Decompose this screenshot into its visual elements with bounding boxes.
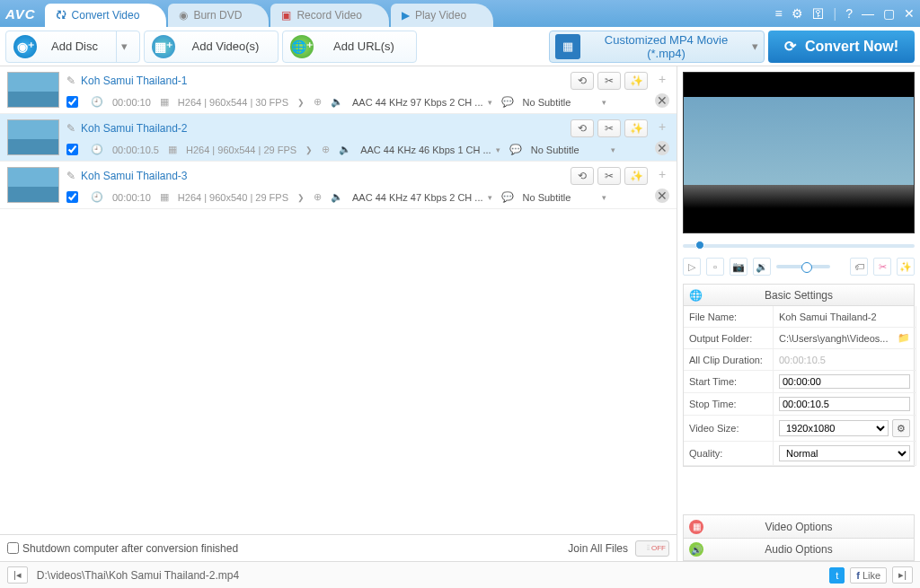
minimize-icon[interactable]: —	[862, 6, 874, 21]
refresh-button[interactable]: ⟲	[571, 72, 594, 90]
speaker-icon: 🔈	[331, 191, 343, 203]
add-track-icon[interactable]: +	[655, 119, 669, 134]
key-icon[interactable]: ⚿	[812, 6, 825, 21]
effects-button[interactable]: ✨	[624, 72, 648, 90]
chevron-right-icon[interactable]: ❯	[297, 98, 305, 107]
subtitle-info: No Subtitle ▾	[523, 192, 607, 203]
trim-button[interactable]: ✂	[597, 72, 621, 90]
twitter-button[interactable]: t	[829, 567, 845, 584]
close-icon[interactable]: ✕	[904, 6, 915, 21]
convert-icon: 🗘	[56, 9, 66, 22]
refresh-icon: ⟳	[784, 38, 796, 55]
audio-options-button[interactable]: 🔊 Audio Options	[683, 538, 915, 561]
chevron-down-icon[interactable]: ▾	[611, 145, 615, 154]
tab-convert-video[interactable]: 🗘 Convert Video	[45, 4, 167, 27]
menu-icon[interactable]: ≡	[774, 6, 782, 21]
remove-row-icon[interactable]: ✕	[655, 189, 669, 203]
effects-button[interactable]: ✨	[897, 258, 915, 276]
basic-settings-panel: 🌐 Basic Settings File Name: Koh Samui Th…	[683, 284, 915, 467]
facebook-like-button[interactable]: f Like	[850, 567, 887, 584]
chevron-right-icon[interactable]: ❯	[297, 193, 305, 202]
trim-button[interactable]: ✂	[873, 258, 891, 276]
file-title[interactable]: Koh Samui Thailand-3	[81, 170, 188, 182]
button-label: Add Video(s)	[181, 39, 270, 53]
add-track-icon[interactable]: +	[655, 167, 669, 181]
convert-now-button[interactable]: ⟳ Convert Now!	[768, 31, 915, 63]
chevron-down-icon[interactable]: ▾	[602, 193, 606, 202]
preview-timeline[interactable]	[683, 239, 915, 253]
file-title[interactable]: Koh Samui Thailand-1	[81, 75, 188, 87]
tab-label: Burn DVD	[193, 9, 242, 22]
file-checkbox[interactable]	[66, 191, 78, 203]
marker-button[interactable]: 🏷	[850, 258, 868, 276]
stop-button[interactable]: ▫	[706, 258, 724, 276]
tab-play-video[interactable]: ▶ Play Video	[391, 4, 493, 27]
tab-burn-dvd[interactable]: ◉ Burn DVD	[168, 4, 269, 27]
speaker-icon: 🔈	[331, 96, 343, 108]
remove-row-icon[interactable]: ✕	[655, 93, 669, 108]
chevron-down-icon[interactable]: ▾	[602, 98, 606, 107]
stop-time-input[interactable]	[779, 397, 910, 411]
effects-button[interactable]: ✨	[624, 167, 648, 185]
file-title[interactable]: Koh Samui Thailand-2	[81, 122, 188, 135]
thumbnail[interactable]	[7, 72, 59, 108]
next-button[interactable]: ▸|	[892, 566, 913, 584]
start-time-input[interactable]	[779, 374, 910, 389]
volume-slider[interactable]	[776, 265, 830, 268]
globe-icon: 🌐	[689, 289, 703, 302]
file-row[interactable]: ✎ Koh Samui Thailand-1 ⟲ ✂ ✨ 🕘 00:00:10 …	[0, 66, 677, 114]
remove-row-icon[interactable]: ✕	[655, 141, 669, 155]
effects-button[interactable]: ✨	[624, 119, 648, 137]
tab-record-video[interactable]: ▣ Record Video	[270, 4, 389, 27]
help-icon[interactable]: ?	[845, 6, 853, 21]
file-row[interactable]: ✎ Koh Samui Thailand-3 ⟲ ✂ ✨ 🕘 00:00:10 …	[0, 162, 677, 209]
chevron-down-icon[interactable]: ▾	[488, 98, 492, 107]
snapshot-button[interactable]: 📷	[730, 258, 748, 276]
video-options-button[interactable]: ▦ Video Options	[683, 514, 915, 538]
chevron-right-icon[interactable]: ❯	[305, 145, 313, 154]
statusbar: |◂ D:\videos\Thai\Koh Samui Thailand-2.m…	[0, 561, 920, 588]
trim-button[interactable]: ✂	[597, 119, 621, 137]
disc-add-icon: ◉⁺	[13, 35, 37, 58]
shutdown-checkbox[interactable]: Shutdown computer after conversion finis…	[7, 542, 238, 555]
folder-browse-icon[interactable]: 📁	[898, 332, 910, 344]
add-videos-button[interactable]: ▦⁺ Add Video(s)	[144, 31, 279, 63]
edit-icon[interactable]: ✎	[66, 122, 75, 135]
file-checkbox[interactable]	[66, 144, 78, 155]
film-icon: ▦	[160, 96, 169, 108]
refresh-button[interactable]: ⟲	[571, 167, 594, 185]
edit-icon[interactable]: ✎	[66, 170, 75, 182]
join-all-toggle[interactable]: ⦙⦙⦙ OFF	[635, 540, 669, 557]
record-icon: ▣	[281, 9, 291, 22]
size-settings-button[interactable]: ⚙	[892, 419, 910, 437]
thumbnail[interactable]	[7, 119, 59, 155]
refresh-button[interactable]: ⟲	[571, 119, 594, 137]
output-profile-dropdown[interactable]: ▦ Customized MP4 Movie (*.mp4) ▾	[549, 31, 765, 63]
add-urls-button[interactable]: 🌐⁺ Add URL(s)	[282, 31, 417, 63]
maximize-icon[interactable]: ▢	[883, 6, 895, 21]
play-button[interactable]: ▷	[683, 258, 701, 276]
volume-button[interactable]: 🔉	[753, 258, 771, 276]
main-area: ✎ Koh Samui Thailand-1 ⟲ ✂ ✨ 🕘 00:00:10 …	[0, 66, 920, 561]
add-disc-button[interactable]: ◉⁺ Add Disc ▾	[5, 31, 140, 63]
thumbnail[interactable]	[7, 167, 59, 203]
prev-button[interactable]: |◂	[7, 566, 28, 584]
file-name-label: File Name:	[684, 306, 774, 328]
video-size-value: 1920x1080 ⚙	[774, 416, 916, 442]
gear-icon[interactable]: ⚙	[792, 6, 803, 21]
video-size-dropdown[interactable]: 1920x1080	[779, 420, 889, 436]
edit-icon[interactable]: ✎	[66, 75, 75, 87]
chevron-down-icon[interactable]: ▾	[496, 145, 500, 154]
chevron-down-icon[interactable]: ▾	[116, 31, 132, 62]
add-track-icon[interactable]: +	[655, 72, 669, 86]
chevron-down-icon[interactable]: ▾	[488, 193, 492, 202]
file-row[interactable]: ✎ Koh Samui Thailand-2 ⟲ ✂ ✨ 🕘 00:00:10.…	[0, 114, 677, 162]
video-preview[interactable]	[683, 72, 915, 233]
quality-dropdown[interactable]: Normal	[779, 445, 910, 461]
file-checkbox[interactable]	[66, 96, 78, 108]
target-icon: ⊕	[322, 144, 330, 155]
audio-info: AAC 44 KHz 46 Kbps 1 CH ... ▾	[360, 145, 500, 155]
basic-settings-header[interactable]: 🌐 Basic Settings	[684, 285, 914, 306]
trim-button[interactable]: ✂	[597, 167, 621, 185]
file-info: ✎ Koh Samui Thailand-3 ⟲ ✂ ✨ 🕘 00:00:10 …	[66, 167, 648, 203]
